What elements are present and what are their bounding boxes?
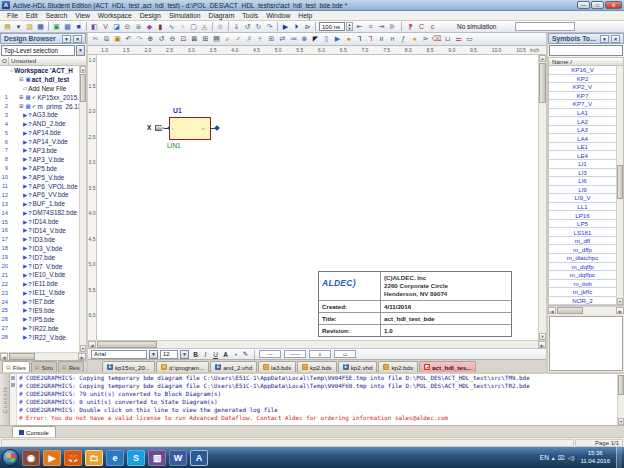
scroll-down-icon[interactable]: ▼ (539, 333, 546, 340)
bde-file-node[interactable]: 21 ▶ ? IE10_V.bde (0, 270, 79, 279)
group-icon[interactable]: ⊞ (266, 34, 277, 44)
bde-file-node[interactable]: 7 ▶ ? AP3.bde (0, 146, 79, 155)
menu-item[interactable]: View (71, 12, 94, 19)
compile-icon[interactable]: ▣ (51, 22, 62, 32)
console-line[interactable]: # CODE2GRAPHICS: Double click on this li… (19, 407, 615, 415)
document-tab[interactable]: ◫ kp2.bds (297, 361, 337, 372)
fill-color-button[interactable]: ◔ (231, 350, 240, 359)
symbol-item[interactable]: m_jkffc (549, 288, 616, 297)
symbol-filter-input[interactable] (549, 45, 623, 56)
bde-file-node[interactable]: 20 ▶ ? ID7_V.bde (0, 262, 79, 271)
bold-button[interactable]: B (191, 350, 200, 359)
menu-item[interactable]: Diagram (205, 12, 239, 19)
scroll-thumb[interactable] (617, 165, 623, 199)
waveform-icon[interactable]: ∿ (166, 22, 177, 32)
code-view-icon[interactable]: ≔ (288, 34, 299, 44)
stamp-icon[interactable]: ⊔ (442, 34, 453, 44)
run-for-icon[interactable]: ⏵ (291, 22, 302, 32)
plus-expander-icon[interactable]: ⊞ (19, 103, 24, 109)
scroll-up-icon[interactable]: ▲ (80, 66, 86, 73)
workspace-node[interactable]: ⌂ Workspace 'ACT_H (0, 66, 79, 75)
net-label[interactable]: LIN1 (167, 142, 181, 149)
taskbar-firefox-icon[interactable]: 🦊 (64, 450, 82, 466)
line-color-button[interactable]: ✎ (241, 350, 250, 359)
line-style-combo[interactable]: ≡ (309, 350, 331, 358)
console-tab[interactable]: Console (12, 426, 56, 437)
code2graphics-icon[interactable]: V (100, 22, 111, 32)
document-tab[interactable]: ◩ act_hdl_tes... (419, 361, 476, 372)
symbol-item[interactable]: m_dffp (549, 245, 616, 254)
console-output[interactable]: # CODE2GRAPHICS: Copying temporary bde d… (17, 374, 617, 425)
taskbar-media-player-icon[interactable]: ▶ (43, 450, 61, 466)
new-design-icon[interactable]: ◪ (111, 22, 122, 32)
console-line[interactable]: # CODE2GRAPHICS: Copying temporary bde d… (19, 383, 615, 391)
close-button[interactable]: ✕ (605, 1, 622, 9)
column-header-o[interactable]: O (0, 57, 9, 65)
step-over-icon[interactable]: ≡ (365, 22, 376, 32)
preferences-icon[interactable]: ▢ (188, 22, 199, 32)
fullscreen-icon[interactable]: ▭ (464, 34, 475, 44)
scroll-right-icon[interactable]: ▶ (616, 307, 624, 314)
column-header-unsorted[interactable]: Unsorted (9, 57, 86, 65)
new-document-icon[interactable]: ▤ (2, 22, 13, 32)
compile-all-icon[interactable]: ▩ (62, 22, 73, 32)
bde-file-node[interactable]: 23 ▶ ? IE11_V.bde (0, 288, 79, 297)
bde-file-node[interactable]: 22 ▶ ? IE11.bde (0, 279, 79, 288)
run-until-icon[interactable]: ↷ (264, 22, 275, 32)
trace-into-icon[interactable]: ⇤ (354, 22, 365, 32)
symbol-item[interactable]: KP2 (549, 75, 616, 84)
taskbar-app-generic-icon[interactable]: ◉ (22, 450, 40, 466)
copy-icon[interactable]: ⧉ (101, 34, 112, 44)
taskbar-explorer-icon[interactable]: 🗀 (85, 450, 103, 466)
symbols-vertical-scrollbar[interactable]: ▼ (616, 66, 623, 305)
bde-file-node[interactable]: 28 ▶ ? IR22_V.bde (0, 333, 79, 342)
symbol-item[interactable]: KP2_V (549, 83, 616, 92)
refresh-icon[interactable]: ◆ (144, 22, 155, 32)
taskbar-ie-icon[interactable]: e (106, 450, 124, 466)
close-panel-icon[interactable]: ✕ (611, 35, 620, 43)
fub-icon[interactable]: ▯ (321, 34, 332, 44)
bde-file-node[interactable]: 4 ▶ ? AND_2.bde (0, 119, 79, 128)
scroll-thumb[interactable] (97, 341, 157, 348)
bde-file-node[interactable]: 19 ▶ ? ID7.bde (0, 253, 79, 262)
menu-item[interactable]: Help (294, 12, 316, 19)
step-icon[interactable]: ⊳ (302, 22, 313, 32)
bde-file-node[interactable]: 17 ▶ ? ID3.bde (0, 235, 79, 244)
macro-icon[interactable]: ◬ (199, 22, 210, 32)
zoom-out-icon[interactable]: ⊖ (167, 34, 178, 44)
symbol-item[interactable]: LE4 (549, 151, 616, 160)
font-size-combo[interactable]: 12 (160, 350, 178, 359)
symbol-item[interactable]: LP16 (549, 211, 616, 220)
scroll-thumb[interactable] (9, 353, 35, 360)
toggle-breakpoint-icon[interactable]: ⁋ (405, 22, 416, 32)
component-body[interactable] (169, 117, 211, 140)
port-icon[interactable]: ● (343, 34, 354, 44)
symbol-item[interactable]: LE1 (549, 143, 616, 152)
bde-file-node[interactable]: 8 ▶ ? AP3_V.bde (0, 155, 79, 164)
eraser-icon[interactable]: ⌫ (431, 34, 442, 44)
zoom-page-icon[interactable]: ⊞ (200, 34, 211, 44)
chevron-down-icon[interactable]: ▼ (180, 350, 189, 359)
save-file-icon[interactable]: ▦ (35, 22, 46, 32)
menu-item[interactable]: File (3, 12, 22, 19)
clock[interactable]: 15:36 11.04.2016 (577, 450, 613, 466)
top-level-selector[interactable]: Top-Level selection (1, 45, 75, 56)
browser-tab[interactable]: ▤Files (2, 361, 30, 372)
canvas-horizontal-scrollbar[interactable]: ◀ ▶ (88, 340, 546, 348)
restart-sim-icon[interactable]: ↺ (242, 22, 253, 32)
symbol-item[interactable]: LI1 (549, 160, 616, 169)
scroll-right-icon[interactable]: ▶ (538, 341, 546, 348)
symbol-item[interactable]: m_dqffpc (549, 271, 616, 280)
symbol-item[interactable]: LS181 (549, 228, 616, 237)
input-port-label[interactable]: X (147, 124, 151, 131)
symbol-item[interactable]: NOR_2 (549, 297, 616, 305)
bde-file-node[interactable]: 16 ▶ ? ID14_V.bde (0, 226, 79, 235)
document-tab[interactable]: E kp2.vhd (338, 361, 378, 372)
canvas-vertical-scrollbar[interactable]: ▲ ▼ (538, 55, 546, 340)
chevron-down-icon[interactable]: ▼ (76, 45, 85, 56)
symbol-icon[interactable]: ▶ (332, 34, 343, 44)
tip-of-day-icon[interactable]: ♀ (177, 22, 188, 32)
tree-horizontal-scrollbar[interactable]: ◀ ▶ (0, 352, 86, 360)
compile-diagram-icon[interactable]: ✗ (244, 34, 255, 44)
console-line[interactable]: # CODE2GRAPHICS: 79 unit(s) converted to… (19, 391, 615, 399)
